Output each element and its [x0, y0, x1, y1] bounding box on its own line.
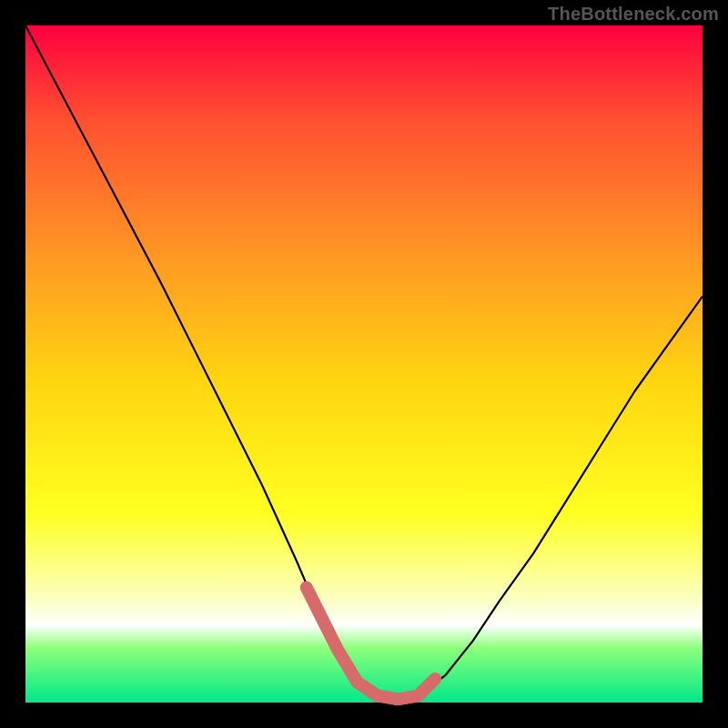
watermark-text: TheBottleneck.com — [548, 4, 719, 25]
bottleneck-chart — [0, 0, 728, 728]
chart-container: TheBottleneck.com — [0, 0, 728, 728]
plot-area — [25, 25, 703, 703]
